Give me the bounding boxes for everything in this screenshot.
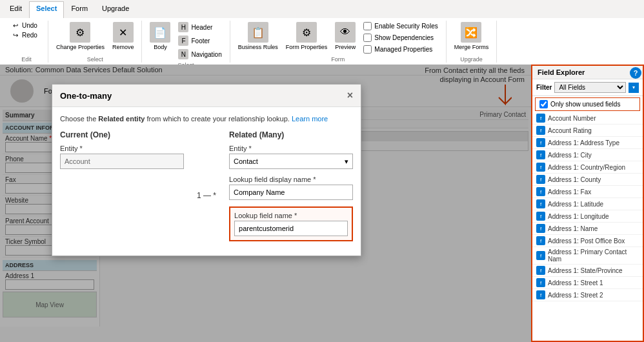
help-button[interactable]: ? xyxy=(630,67,641,79)
remove-button[interactable]: ✕ Remove xyxy=(110,21,137,52)
field-item-text: Address 1: Street 1 xyxy=(548,279,603,287)
field-type-icon: f xyxy=(536,175,545,184)
security-label: Enable Security Roles xyxy=(374,23,438,30)
field-type-icon: f xyxy=(536,150,545,159)
field-item-addr-latitude[interactable]: f Address 1: Latitude xyxy=(532,198,643,210)
body-icon: 📄 xyxy=(150,22,170,43)
unused-fields-check: Only show unused fields xyxy=(535,97,640,111)
field-item-text: Account Number xyxy=(548,115,596,122)
navigation-button[interactable]: N Navigation xyxy=(176,48,224,61)
lookup-name-label: Lookup field name * xyxy=(234,212,348,219)
redo-button[interactable]: ↪ Redo xyxy=(10,30,43,40)
field-item-account-number[interactable]: f Account Number xyxy=(532,112,643,125)
show-dependencies-button[interactable]: Show Dependencies xyxy=(361,32,440,43)
current-one-col: Current (One) Entity * xyxy=(60,130,184,248)
field-item-addr-longitude[interactable]: f Address 1: Longitude xyxy=(532,210,643,223)
upgrade-group-label: Upgrade xyxy=(460,55,483,63)
body-button[interactable]: 📄 Body xyxy=(147,21,173,52)
managed-properties-button[interactable]: Managed Properties xyxy=(361,44,440,55)
merge-forms-button[interactable]: 🔀 Merge Forms xyxy=(452,21,492,52)
field-item-account-rating[interactable]: f Account Rating xyxy=(532,125,643,137)
form-check-btns: Enable Security Roles Show Dependencies … xyxy=(361,21,440,55)
lookup-display-label: Lookup field display name * xyxy=(229,176,353,183)
merge-label: Merge Forms xyxy=(454,44,489,50)
field-item-addr-fax[interactable]: f Address 1: Fax xyxy=(532,186,643,198)
field-item-addr-street1[interactable]: f Address 1: Street 1 xyxy=(532,277,643,289)
dialog-close-button[interactable]: × xyxy=(347,90,353,101)
ribbon-group-upgrade: 🔀 Merge Forms Upgrade xyxy=(447,21,498,63)
current-col-title: Current (One) xyxy=(60,130,184,139)
field-type-icon: f xyxy=(536,138,545,147)
related-entity-field: Entity * Contact ▾ xyxy=(229,145,353,169)
learn-more-link[interactable]: Learn more xyxy=(292,115,328,123)
filter-select[interactable]: All Fields xyxy=(554,82,626,93)
field-item-text: Address 1: Street 2 xyxy=(548,292,603,299)
select-dropdown-icon: ▾ xyxy=(345,157,348,166)
managed-label: Managed Properties xyxy=(374,46,432,53)
select-group-label: Select xyxy=(87,55,103,63)
field-item-text: Account Rating xyxy=(548,127,592,134)
field-item-addr-state[interactable]: f Address 1: State/Province xyxy=(532,265,643,277)
field-item-addr-county[interactable]: f Address 1: County xyxy=(532,174,643,186)
form-properties-button[interactable]: ⚙ Form Properties xyxy=(283,21,330,52)
field-type-icon: f xyxy=(536,224,545,233)
main-area: Solution: Common Data Services Default S… xyxy=(0,65,644,342)
arrow-container: 1 — * xyxy=(197,130,216,248)
dialog-overlay: One-to-many × Choose the Related entity … xyxy=(0,65,531,342)
business-rules-icon: 📋 xyxy=(248,22,268,43)
form-group-label: Form xyxy=(331,55,345,63)
preview-button[interactable]: 👁 Preview xyxy=(332,21,358,52)
field-item-text: Address 1: Fax xyxy=(548,188,591,196)
business-rules-button[interactable]: 📋 Business Rules xyxy=(236,21,281,52)
tab-form[interactable]: Form xyxy=(64,1,95,18)
change-properties-button[interactable]: ⚙ Change Properties xyxy=(54,21,107,52)
filter-dropdown-button[interactable]: ▾ xyxy=(629,83,639,93)
field-item-addr-type[interactable]: f Address 1: Address Type xyxy=(532,137,643,149)
field-item-addr-primary-contact[interactable]: f Address 1: Primary Contact Nam xyxy=(532,247,643,265)
header-button[interactable]: H Header xyxy=(176,21,224,34)
undo-button[interactable]: ↩ Undo xyxy=(10,21,43,30)
ribbon-group-edit: ↩ Undo ↪ Redo Edit xyxy=(5,21,48,63)
field-list: f Account Number f Account Rating f Addr… xyxy=(532,112,643,341)
filter-row: Filter All Fields ▾ xyxy=(532,79,643,96)
lookup-name-input[interactable] xyxy=(234,221,348,236)
ribbon-tabs: Edit Select Form Upgrade xyxy=(0,1,644,18)
upgrade-items: 🔀 Merge Forms xyxy=(452,21,492,55)
related-entity-select[interactable]: Contact ▾ xyxy=(229,154,353,169)
form-props-icon: ⚙ xyxy=(296,22,317,43)
form-props-label: Form Properties xyxy=(286,44,328,50)
managed-checkbox[interactable] xyxy=(363,45,372,54)
related-many-col: Related (Many) Entity * Contact ▾ xyxy=(229,130,353,248)
navigation-icon: N xyxy=(178,49,188,59)
tab-upgrade[interactable]: Upgrade xyxy=(95,1,136,18)
dependencies-checkbox[interactable] xyxy=(363,34,372,42)
field-item-addr-name[interactable]: f Address 1: Name xyxy=(532,223,643,235)
form-items: 📋 Business Rules ⚙ Form Properties 👁 Pre… xyxy=(236,21,441,55)
change-props-icon: ⚙ xyxy=(70,22,90,43)
field-item-addr-street2[interactable]: f Address 1: Street 2 xyxy=(532,289,643,301)
ribbon-group-body: 📄 Body H Header F Footer N Navigation xyxy=(142,21,230,63)
field-type-icon: f xyxy=(536,212,545,221)
field-item-addr-country[interactable]: f Address 1: Country/Region xyxy=(532,161,643,174)
field-type-icon: f xyxy=(536,290,545,299)
field-item-addr-pobox[interactable]: f Address 1: Post Office Box xyxy=(532,235,643,247)
dialog-section: Current (One) Entity * 1 — * xyxy=(60,130,353,248)
field-item-text: Address 1: Address Type xyxy=(548,139,619,146)
select-items: ⚙ Change Properties ✕ Remove xyxy=(54,21,137,55)
change-props-label: Change Properties xyxy=(56,44,105,50)
field-item-addr-city[interactable]: f Address 1: City xyxy=(532,149,643,161)
unused-checkbox[interactable] xyxy=(539,100,548,108)
tab-edit[interactable]: Edit xyxy=(3,1,29,18)
lookup-name-field-highlighted: Lookup field name * xyxy=(229,206,353,241)
footer-button[interactable]: F Footer xyxy=(176,34,224,47)
field-item-text: Address 1: Latitude xyxy=(548,201,603,208)
field-item-text: Address 1: County xyxy=(548,176,601,183)
tab-select[interactable]: Select xyxy=(29,1,64,18)
field-item-text: Address 1: Longitude xyxy=(548,213,609,220)
edit-items: ↩ Undo ↪ Redo xyxy=(10,21,43,55)
current-entity-input[interactable] xyxy=(60,154,184,169)
current-entity-label: Entity * xyxy=(60,145,184,152)
security-checkbox[interactable] xyxy=(363,22,372,30)
enable-security-button[interactable]: Enable Security Roles xyxy=(361,21,440,32)
lookup-display-input[interactable] xyxy=(229,185,353,200)
